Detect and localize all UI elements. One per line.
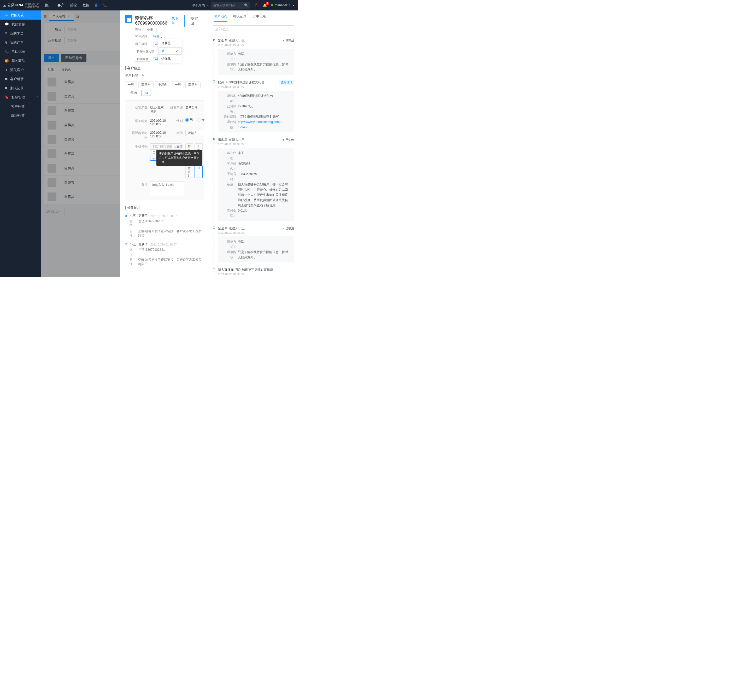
- mobile-icon[interactable]: 📱: [254, 3, 258, 7]
- order-behalf-button[interactable]: 代下单: [167, 15, 185, 27]
- user-icon[interactable]: 👤: [94, 3, 98, 7]
- sidebar: ☺ 我的好友 💬 我的群聊 ▽ 我的学员 ₪ 我的订单 📞 电话记录 🎁 我的商…: [0, 11, 41, 277]
- section-modlog: 修改记录: [120, 204, 209, 212]
- sidebar-item-orders[interactable]: ₪ 我的订单: [0, 38, 41, 47]
- nav-customer[interactable]: 客户: [57, 3, 64, 8]
- tags-more[interactable]: +4: [141, 90, 151, 96]
- topnav: 推广 客户 质检 数据: [45, 3, 89, 8]
- manager-dropdown: 师馨薇 张三✓ 俱保咏: [158, 39, 182, 63]
- online-dot: [271, 4, 273, 6]
- search-category[interactable]: 手机号码: [193, 3, 208, 8]
- manager-select[interactable]: 张三: [153, 34, 162, 39]
- sidebar-item-products[interactable]: 🎁 我的商品: [0, 56, 41, 65]
- deposit-button[interactable]: 交定金: [187, 15, 204, 27]
- search-input[interactable]: 请输入搜索内容🔍: [211, 2, 250, 9]
- customer-drawer: 微信名称6789990000966 昵称：小王 | 客户经理： 张三 | 所在群…: [120, 11, 298, 277]
- sidebar-sub-cust-tags[interactable]: 客户标签: [0, 102, 41, 111]
- phone-tooltip: 查询到此手机号码在系统中已存在，可以将两条客户数据合并为一条: [156, 150, 202, 166]
- sidebar-item-delete[interactable]: ✖ 删人记录: [0, 84, 41, 93]
- rtab-chat[interactable]: 聊天记录: [233, 14, 247, 22]
- sidebar-item-tags[interactable]: 🔖 标签管理^: [0, 93, 41, 102]
- sidebar-item-lost[interactable]: ↴ 流失客户: [0, 65, 41, 75]
- user-menu[interactable]: manager11: [271, 3, 298, 7]
- sidebar-item-calls[interactable]: 📞 电话记录: [0, 47, 41, 56]
- topbar: ☁ 云朵CRM 教育机构一站 式服务云平台 推广 客户 质检 数据 👤 📞 手机…: [0, 0, 298, 11]
- dd-option[interactable]: 俱保咏: [158, 54, 182, 63]
- copy-icon[interactable]: ❐: [151, 150, 157, 156]
- phone-icon[interactable]: 📞: [103, 3, 107, 7]
- sidebar-item-inherit[interactable]: ⇄ 客户继承: [0, 75, 41, 84]
- sex-female[interactable]: 女: [197, 118, 205, 122]
- customer-icon: [125, 15, 132, 23]
- rtab-orders[interactable]: 订单记录: [252, 14, 266, 22]
- activity-filter[interactable]: 全部动态⌄: [213, 25, 294, 33]
- nav-promo[interactable]: 推广: [45, 3, 52, 8]
- main-area: ☰ 个人活码✕ 我 项目请选择 运营期次请选择 导出 不加密导出 头像微信名 自…: [41, 11, 298, 277]
- logo: ☁ 云朵CRM 教育机构一站 式服务云平台: [0, 3, 41, 8]
- nav-qc[interactable]: 质检: [70, 3, 77, 8]
- dd-option[interactable]: 师馨薇: [158, 39, 182, 47]
- sidebar-item-friends[interactable]: ☺ 我的好友: [0, 11, 41, 20]
- section-custinfo: 客户信息: [120, 64, 209, 72]
- cloud-icon: ☁: [3, 3, 6, 7]
- wechat-input[interactable]: [185, 130, 209, 136]
- edit-tags-icon[interactable]: ✎: [141, 74, 144, 77]
- drawer-title: 微信名称6789990000966: [135, 15, 167, 26]
- sidebar-sub-group-tags[interactable]: 群聊标签: [0, 111, 41, 120]
- search-icon: 🔍: [244, 3, 248, 7]
- memo-input[interactable]: [150, 182, 184, 196]
- phone-input[interactable]: 13241672152⊞: [150, 143, 182, 150]
- rtab-activity[interactable]: 客户动态: [214, 14, 227, 22]
- bell-icon[interactable]: 🔔: [263, 3, 267, 7]
- view-detail[interactable]: 查看详情: [280, 80, 294, 85]
- ptag-more[interactable]: +4: [194, 165, 203, 178]
- nav-data[interactable]: 数据: [82, 3, 89, 8]
- dd-option[interactable]: 张三✓: [158, 47, 182, 54]
- sidebar-item-students[interactable]: ▽ 我的学员: [0, 29, 41, 38]
- sex-male[interactable]: 男: [185, 118, 193, 122]
- sidebar-item-groups[interactable]: 💬 我的群聊: [0, 20, 41, 29]
- grid-icon[interactable]: ⊞: [177, 145, 179, 148]
